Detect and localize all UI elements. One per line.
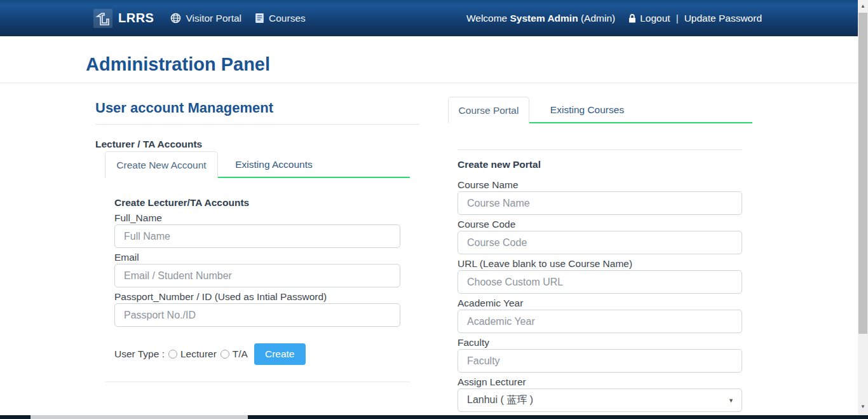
caret-down-icon: ▼ — [728, 397, 734, 404]
nav-courses[interactable]: Courses — [255, 13, 306, 24]
divider — [458, 149, 742, 150]
book-icon — [255, 13, 264, 24]
divider — [95, 124, 419, 125]
navbar-right: Welcome System Admin (Admin) Logout | Up… — [466, 0, 762, 36]
section-title: User account Management — [95, 100, 419, 116]
assign-lecturer-selected-value: Lanhui ( 蓝珲 ) — [467, 394, 533, 407]
user-account-management-panel: User account Management Lecturer / TA Ac… — [95, 92, 419, 382]
radio-lecturer[interactable] — [168, 350, 177, 359]
welcome-text: Welcome — [466, 13, 510, 24]
top-navbar: LRRS Visitor Portal — [0, 0, 858, 36]
accounts-tabbar: Create New Account Existing Accounts — [105, 151, 410, 178]
brand-link[interactable]: LRRS — [93, 9, 154, 28]
academic-year-input[interactable] — [458, 310, 742, 333]
create-portal-form: Create new Portal Course Name Course Cod… — [458, 158, 742, 419]
user-role: (Admin) — [578, 13, 616, 24]
radio-ta-label: T/A — [233, 348, 248, 360]
email-input[interactable] — [114, 264, 400, 287]
assign-lecturer-select[interactable]: Lanhui ( 蓝珲 ) ▼ — [458, 388, 742, 412]
page: LRRS Visitor Portal — [0, 0, 868, 419]
scroll-down-arrow-icon[interactable]: ▼ — [858, 401, 868, 411]
globe-icon — [170, 13, 181, 24]
page-title: Administration Panel — [86, 54, 270, 75]
tab-existing-courses[interactable]: Existing Courses — [529, 97, 645, 123]
academic-year-label: Academic Year — [458, 296, 742, 310]
course-code-label: Course Code — [458, 217, 742, 231]
user-name: System Admin — [510, 13, 578, 24]
course-portal-panel: Course Portal Existing Courses Create ne… — [445, 97, 752, 419]
passport-id-input[interactable] — [114, 303, 400, 327]
user-type-label: User Type : — [114, 348, 165, 360]
nav-courses-label: Courses — [269, 13, 306, 24]
create-account-form-heading: Create Lecturer/TA Accounts — [114, 196, 400, 209]
vertical-scrollbar[interactable]: ▲ ▼ — [858, 0, 868, 415]
passport-id-label: Passport_Number / ID (Used as Intial Pas… — [114, 290, 400, 303]
custom-url-label: URL (Leave blank to use Course Name) — [458, 257, 742, 270]
lecturer-ta-accounts-heading: Lecturer / TA Accounts — [95, 137, 419, 151]
course-name-label: Course Name — [458, 178, 742, 191]
logout-link[interactable]: Logout — [640, 13, 670, 24]
update-password-link[interactable]: Update Password — [684, 13, 762, 24]
tab-create-new-account[interactable]: Create New Account — [105, 151, 218, 178]
email-label: Email — [114, 251, 400, 264]
divider — [105, 381, 410, 382]
custom-url-input[interactable] — [458, 270, 742, 294]
lrrs-logo-icon — [93, 9, 112, 28]
vertical-scrollbar-thumb[interactable] — [858, 13, 867, 334]
lock-icon — [628, 13, 637, 24]
navbar-left: LRRS Visitor Portal — [0, 9, 306, 28]
create-account-button[interactable]: Create — [254, 343, 306, 365]
full-name-input[interactable] — [114, 224, 400, 248]
faculty-input[interactable] — [458, 349, 742, 373]
nav-visitor-portal[interactable]: Visitor Portal — [170, 13, 241, 24]
radio-ta[interactable] — [220, 350, 229, 359]
tab-underline — [218, 177, 410, 178]
horizontal-scrollbar-thumb[interactable] — [31, 415, 248, 419]
tab-existing-accounts[interactable]: Existing Accounts — [218, 151, 330, 178]
full-name-label: Full_Name — [114, 211, 400, 224]
nav-visitor-portal-label: Visitor Portal — [186, 13, 241, 24]
scroll-up-arrow-icon[interactable]: ▲ — [858, 1, 868, 11]
course-name-input[interactable] — [458, 191, 742, 215]
assign-lecturer-label: Assign Lecturer — [458, 375, 742, 388]
course-code-input[interactable] — [458, 231, 742, 254]
create-account-form: Create Lecturer/TA Accounts Full_Name Em… — [114, 196, 400, 327]
tab-course-portal[interactable]: Course Portal — [448, 97, 529, 123]
nav-separator: | — [676, 13, 679, 24]
horizontal-scrollbar[interactable] — [0, 415, 868, 419]
radio-lecturer-label: Lecturer — [180, 348, 217, 360]
tab-underline — [529, 122, 752, 123]
brand-text: LRRS — [118, 11, 154, 25]
courses-tabbar: Course Portal Existing Courses — [448, 97, 752, 123]
user-type-row: User Type : Lecturer T/A Create — [114, 343, 419, 366]
page-header: Administration Panel — [0, 36, 858, 83]
faculty-label: Faculty — [458, 336, 742, 349]
create-portal-heading: Create new Portal — [458, 158, 742, 171]
